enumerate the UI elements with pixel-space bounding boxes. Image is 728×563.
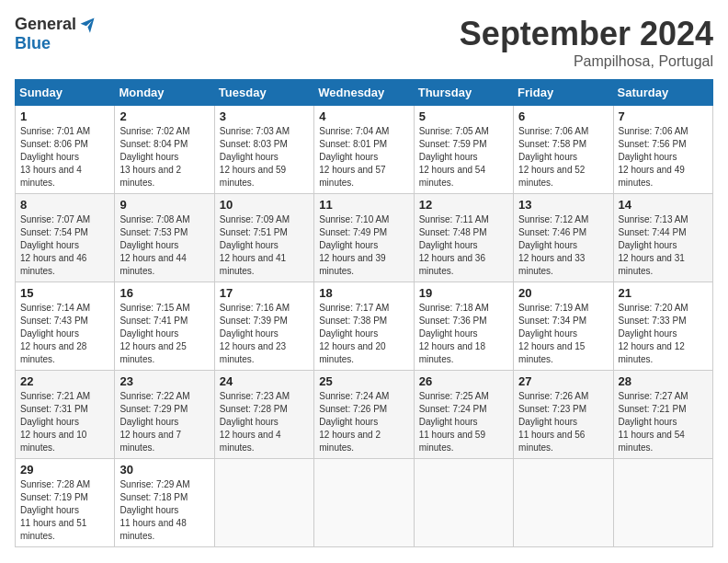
table-row: 26 Sunrise: 7:25 AM Sunset: 7:24 PM Dayl… — [414, 371, 513, 459]
day-info: Sunrise: 7:03 AM Sunset: 8:03 PM Dayligh… — [220, 125, 309, 190]
day-number: 28 — [619, 374, 708, 388]
day-number: 18 — [319, 286, 408, 300]
day-number: 17 — [220, 286, 309, 300]
table-row: 6 Sunrise: 7:06 AM Sunset: 7:58 PM Dayli… — [514, 106, 613, 194]
day-info: Sunrise: 7:09 AM Sunset: 7:51 PM Dayligh… — [220, 213, 309, 278]
day-info: Sunrise: 7:24 AM Sunset: 7:26 PM Dayligh… — [319, 390, 408, 454]
day-info: Sunrise: 7:05 AM Sunset: 7:59 PM Dayligh… — [419, 125, 508, 190]
table-row: 15 Sunrise: 7:14 AM Sunset: 7:43 PM Dayl… — [16, 282, 115, 371]
day-number: 21 — [619, 286, 708, 300]
day-number: 7 — [619, 109, 708, 123]
day-info: Sunrise: 7:08 AM Sunset: 7:53 PM Dayligh… — [119, 213, 209, 278]
col-saturday: Saturday — [613, 80, 712, 106]
day-number: 16 — [119, 286, 209, 300]
day-info: Sunrise: 7:17 AM Sunset: 7:38 PM Dayligh… — [319, 302, 408, 366]
day-info: Sunrise: 7:11 AM Sunset: 7:48 PM Dayligh… — [419, 213, 508, 278]
col-sunday: Sunday — [16, 80, 115, 106]
day-number: 10 — [220, 198, 309, 212]
table-row: 5 Sunrise: 7:05 AM Sunset: 7:59 PM Dayli… — [414, 106, 513, 194]
table-row: 7 Sunrise: 7:06 AM Sunset: 7:56 PM Dayli… — [613, 106, 712, 194]
day-info: Sunrise: 7:21 AM Sunset: 7:31 PM Dayligh… — [20, 390, 109, 454]
day-info: Sunrise: 7:02 AM Sunset: 8:04 PM Dayligh… — [119, 125, 209, 190]
day-info: Sunrise: 7:13 AM Sunset: 7:44 PM Dayligh… — [619, 213, 708, 278]
day-number: 19 — [419, 286, 508, 300]
table-row: 8 Sunrise: 7:07 AM Sunset: 7:54 PM Dayli… — [16, 194, 115, 282]
day-number: 24 — [220, 374, 309, 388]
calendar-week-row: 22 Sunrise: 7:21 AM Sunset: 7:31 PM Dayl… — [16, 371, 713, 459]
day-info: Sunrise: 7:12 AM Sunset: 7:46 PM Dayligh… — [518, 213, 608, 278]
day-info: Sunrise: 7:25 AM Sunset: 7:24 PM Dayligh… — [419, 390, 508, 454]
table-row: 11 Sunrise: 7:10 AM Sunset: 7:49 PM Dayl… — [314, 194, 414, 282]
day-number: 3 — [220, 109, 309, 123]
day-number: 26 — [419, 374, 508, 388]
table-row: 22 Sunrise: 7:21 AM Sunset: 7:31 PM Dayl… — [16, 371, 115, 459]
table-row: 19 Sunrise: 7:18 AM Sunset: 7:36 PM Dayl… — [414, 282, 513, 371]
month-title: September 2024 — [460, 15, 713, 53]
day-number: 12 — [419, 198, 508, 212]
table-row: 28 Sunrise: 7:27 AM Sunset: 7:21 PM Dayl… — [613, 371, 712, 459]
table-row: 4 Sunrise: 7:04 AM Sunset: 8:01 PM Dayli… — [314, 106, 414, 194]
day-number: 4 — [319, 109, 408, 123]
table-row: 24 Sunrise: 7:23 AM Sunset: 7:28 PM Dayl… — [214, 371, 313, 459]
day-number: 23 — [119, 374, 209, 388]
day-info: Sunrise: 7:22 AM Sunset: 7:29 PM Dayligh… — [119, 390, 209, 454]
day-info: Sunrise: 7:29 AM Sunset: 7:18 PM Dayligh… — [119, 478, 209, 543]
table-row: 14 Sunrise: 7:13 AM Sunset: 7:44 PM Dayl… — [613, 194, 712, 282]
day-info: Sunrise: 7:23 AM Sunset: 7:28 PM Dayligh… — [220, 390, 309, 454]
logo-bird-icon — [78, 16, 97, 34]
day-info: Sunrise: 7:28 AM Sunset: 7:19 PM Dayligh… — [20, 478, 109, 543]
day-number: 15 — [20, 286, 109, 300]
calendar-week-row: 29 Sunrise: 7:28 AM Sunset: 7:19 PM Dayl… — [16, 459, 713, 547]
table-row: 20 Sunrise: 7:19 AM Sunset: 7:34 PM Dayl… — [514, 282, 613, 371]
day-number: 9 — [119, 198, 209, 212]
day-info: Sunrise: 7:06 AM Sunset: 7:58 PM Dayligh… — [518, 125, 608, 190]
day-info: Sunrise: 7:01 AM Sunset: 8:06 PM Dayligh… — [20, 125, 109, 190]
col-wednesday: Wednesday — [314, 80, 414, 106]
day-number: 2 — [119, 109, 209, 123]
location-subtitle: Pampilhosa, Portugal — [460, 53, 713, 70]
day-number: 30 — [119, 463, 209, 477]
table-row — [314, 459, 414, 547]
table-row: 1 Sunrise: 7:01 AM Sunset: 8:06 PM Dayli… — [16, 106, 115, 194]
table-row: 21 Sunrise: 7:20 AM Sunset: 7:33 PM Dayl… — [613, 282, 712, 371]
day-number: 1 — [20, 109, 109, 123]
table-row: 10 Sunrise: 7:09 AM Sunset: 7:51 PM Dayl… — [214, 194, 313, 282]
calendar-week-row: 15 Sunrise: 7:14 AM Sunset: 7:43 PM Dayl… — [16, 282, 713, 371]
table-row — [214, 459, 313, 547]
day-number: 14 — [619, 198, 708, 212]
table-row: 25 Sunrise: 7:24 AM Sunset: 7:26 PM Dayl… — [314, 371, 414, 459]
day-number: 25 — [319, 374, 408, 388]
table-row: 17 Sunrise: 7:16 AM Sunset: 7:39 PM Dayl… — [214, 282, 313, 371]
table-row: 18 Sunrise: 7:17 AM Sunset: 7:38 PM Dayl… — [314, 282, 414, 371]
day-number: 27 — [518, 374, 608, 388]
table-row: 2 Sunrise: 7:02 AM Sunset: 8:04 PM Dayli… — [115, 106, 214, 194]
table-row: 23 Sunrise: 7:22 AM Sunset: 7:29 PM Dayl… — [115, 371, 214, 459]
table-row: 9 Sunrise: 7:08 AM Sunset: 7:53 PM Dayli… — [115, 194, 214, 282]
table-row: 29 Sunrise: 7:28 AM Sunset: 7:19 PM Dayl… — [16, 459, 115, 547]
calendar-week-row: 1 Sunrise: 7:01 AM Sunset: 8:06 PM Dayli… — [16, 106, 713, 194]
table-row: 27 Sunrise: 7:26 AM Sunset: 7:23 PM Dayl… — [514, 371, 613, 459]
day-number: 22 — [20, 374, 109, 388]
table-row: 16 Sunrise: 7:15 AM Sunset: 7:41 PM Dayl… — [115, 282, 214, 371]
title-section: September 2024 Pampilhosa, Portugal — [460, 15, 713, 70]
col-monday: Monday — [115, 80, 214, 106]
day-info: Sunrise: 7:27 AM Sunset: 7:21 PM Dayligh… — [619, 390, 708, 454]
logo-blue-text: Blue — [15, 34, 51, 53]
day-info: Sunrise: 7:19 AM Sunset: 7:34 PM Dayligh… — [518, 302, 608, 366]
day-info: Sunrise: 7:06 AM Sunset: 7:56 PM Dayligh… — [619, 125, 708, 190]
col-tuesday: Tuesday — [214, 80, 313, 106]
day-number: 13 — [518, 198, 608, 212]
table-row: 30 Sunrise: 7:29 AM Sunset: 7:18 PM Dayl… — [115, 459, 214, 547]
day-number: 29 — [20, 463, 109, 477]
day-info: Sunrise: 7:16 AM Sunset: 7:39 PM Dayligh… — [220, 302, 309, 366]
table-row — [613, 459, 712, 547]
day-info: Sunrise: 7:20 AM Sunset: 7:33 PM Dayligh… — [619, 302, 708, 366]
logo: General Blue — [15, 15, 97, 53]
calendar-table: Sunday Monday Tuesday Wednesday Thursday… — [15, 79, 713, 547]
logo-general-text: General — [15, 15, 76, 34]
table-row: 12 Sunrise: 7:11 AM Sunset: 7:48 PM Dayl… — [414, 194, 513, 282]
table-row — [514, 459, 613, 547]
table-row — [414, 459, 513, 547]
table-row: 13 Sunrise: 7:12 AM Sunset: 7:46 PM Dayl… — [514, 194, 613, 282]
col-thursday: Thursday — [414, 80, 513, 106]
